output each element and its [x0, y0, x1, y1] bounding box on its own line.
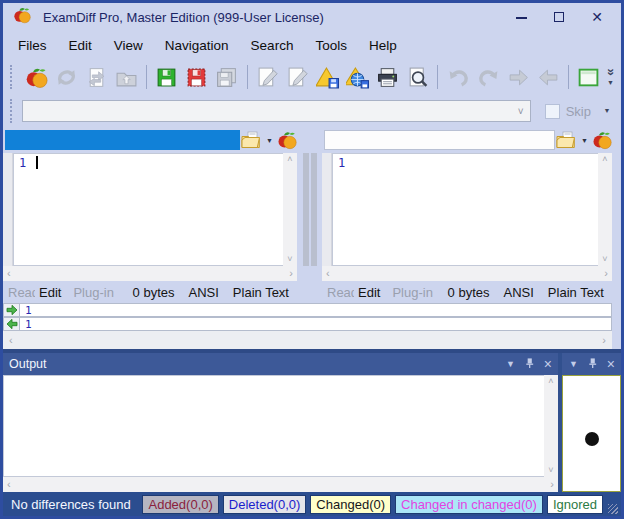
left-edit-mode-indicator[interactable]: Edit [39, 285, 61, 300]
right-plugin-indicator[interactable]: Plug-in [392, 285, 432, 300]
right-format[interactable]: Plain Text [548, 285, 604, 300]
scroll-up-icon[interactable]: ˄ [602, 155, 607, 164]
name-filter-combobox[interactable]: ˅ [22, 100, 531, 122]
output-panel-header[interactable]: Output ▼ × [3, 353, 558, 375]
left-readonly-indicator[interactable]: Read [8, 285, 35, 300]
chevron-down-icon[interactable]: ˅ [512, 106, 530, 117]
scroll-up-icon[interactable]: ˄ [287, 155, 292, 164]
toolbar-grip[interactable] [10, 65, 14, 89]
compare-files-button[interactable] [21, 62, 51, 92]
previous-difference-button[interactable] [533, 62, 563, 92]
right-horizontal-scrollbar[interactable]: ‹ › [322, 266, 612, 281]
scroll-left-icon[interactable]: ‹ [7, 479, 11, 490]
output-vertical-scrollbar[interactable]: ˄ ˅ [544, 375, 558, 477]
scroll-left-icon[interactable]: ‹ [7, 268, 11, 279]
redo-button[interactable] [473, 62, 503, 92]
undo-button[interactable] [443, 62, 473, 92]
output-horizontal-scrollbar[interactable]: ‹ › [3, 477, 558, 492]
menu-search[interactable]: Search [240, 34, 305, 57]
deleted-count-badge[interactable]: Deleted(0,0) [223, 495, 307, 514]
filter-options-dropdown-icon[interactable]: ▼ [604, 107, 611, 115]
scroll-left-icon[interactable]: ‹ [9, 335, 13, 346]
ignored-badge[interactable]: Ignored [547, 495, 603, 514]
pin-icon[interactable] [524, 357, 535, 371]
left-editor-line-1[interactable]: 1 [14, 154, 283, 170]
merge-horizontal-scrollbar[interactable]: ‹ › [3, 331, 612, 349]
menu-navigation[interactable]: Navigation [154, 34, 240, 57]
right-browse-folder-button[interactable] [555, 129, 577, 151]
statistics-panel-header[interactable]: ▼ × [562, 353, 621, 375]
scroll-right-icon[interactable]: › [289, 268, 293, 279]
scroll-up-icon[interactable]: ˄ [548, 377, 553, 386]
copy-to-left-button[interactable] [3, 317, 20, 331]
left-vertical-scrollbar[interactable]: ˄ ˅ [283, 153, 297, 266]
right-editor-line-1[interactable]: 1 [333, 154, 598, 170]
filter-bar-grip[interactable] [10, 99, 15, 123]
save-differences-as-html-button[interactable] [342, 62, 372, 92]
right-encoding[interactable]: ANSI [504, 285, 534, 300]
right-path-field[interactable] [324, 130, 555, 150]
scroll-right-icon[interactable]: › [550, 479, 554, 490]
menu-tools[interactable]: Tools [304, 34, 358, 57]
print-button[interactable] [372, 62, 402, 92]
right-readonly-indicator[interactable]: Read [327, 285, 354, 300]
toolbar-options-dropdown-icon[interactable]: ▼ [607, 79, 614, 87]
changed-in-changed-count-badge[interactable]: Changed in changed(0) [395, 495, 543, 514]
left-browse-folder-button[interactable] [240, 129, 262, 151]
menu-help[interactable]: Help [358, 34, 408, 57]
print-preview-button[interactable] [402, 62, 432, 92]
right-recompare-button[interactable] [592, 129, 612, 151]
save-both-files-button[interactable] [212, 62, 242, 92]
left-horizontal-scrollbar[interactable]: ‹ › [3, 266, 297, 281]
resize-grip[interactable] [608, 504, 618, 514]
menu-view[interactable]: View [103, 34, 154, 57]
maximize-button[interactable] [554, 10, 564, 24]
copy-to-right-button[interactable] [3, 303, 20, 317]
toolbar-overflow-chevron-icon[interactable]: » [605, 68, 615, 75]
scroll-right-icon[interactable]: › [604, 268, 608, 279]
swap-panes-button[interactable] [81, 62, 111, 92]
skip-checkbox[interactable] [545, 104, 560, 119]
scroll-right-icon[interactable]: › [602, 335, 606, 346]
scroll-left-icon[interactable]: ‹ [326, 268, 330, 279]
copy-to-left-line-field[interactable]: 1 [20, 317, 612, 331]
open-files-button[interactable] [111, 62, 141, 92]
scroll-down-icon[interactable]: ˅ [287, 255, 292, 264]
close-panel-icon[interactable]: × [607, 359, 615, 369]
save-first-file-button[interactable] [152, 62, 182, 92]
left-encoding[interactable]: ANSI [189, 285, 219, 300]
save-second-file-button[interactable] [182, 62, 212, 92]
recompare-button[interactable] [51, 62, 81, 92]
added-count-badge[interactable]: Added(0,0) [142, 495, 218, 514]
next-difference-button[interactable] [503, 62, 533, 92]
edit-first-file-button[interactable] [252, 62, 282, 92]
save-differences-button[interactable] [312, 62, 342, 92]
right-browse-dropdown-icon[interactable]: ▼ [577, 137, 592, 144]
copy-to-right-line-field[interactable]: 1 [20, 303, 612, 317]
scroll-down-icon[interactable]: ˅ [602, 255, 607, 264]
pane-splitter[interactable] [297, 153, 322, 266]
output-panel-body[interactable] [3, 375, 544, 477]
close-panel-icon[interactable]: × [544, 359, 552, 369]
right-editor-pane[interactable]: 1 ˄ ˅ [322, 153, 612, 266]
right-vertical-scrollbar[interactable]: ˄ ˅ [598, 153, 612, 266]
minimize-button[interactable] [516, 10, 527, 24]
right-edit-mode-indicator[interactable]: Edit [358, 285, 380, 300]
panel-menu-dropdown-icon[interactable]: ▼ [506, 359, 515, 369]
scroll-down-icon[interactable]: ˅ [548, 466, 553, 475]
changed-count-badge[interactable]: Changed(0) [310, 495, 391, 514]
left-format[interactable]: Plain Text [233, 285, 289, 300]
right-editor[interactable]: 1 [332, 153, 598, 266]
left-plugin-indicator[interactable]: Plug-in [73, 285, 113, 300]
menu-files[interactable]: Files [7, 34, 58, 57]
left-editor[interactable]: 1 [13, 153, 283, 266]
left-browse-dropdown-icon[interactable]: ▼ [262, 137, 277, 144]
close-button[interactable]: ✕ [591, 10, 603, 24]
left-recompare-button[interactable] [277, 129, 297, 151]
pin-icon[interactable] [587, 357, 598, 371]
edit-second-file-button[interactable] [282, 62, 312, 92]
left-path-field[interactable] [5, 130, 240, 150]
show-hide-panes-button[interactable] [574, 62, 604, 92]
left-editor-pane[interactable]: 1 ˄ ˅ [3, 153, 297, 266]
menu-edit[interactable]: Edit [58, 34, 103, 57]
